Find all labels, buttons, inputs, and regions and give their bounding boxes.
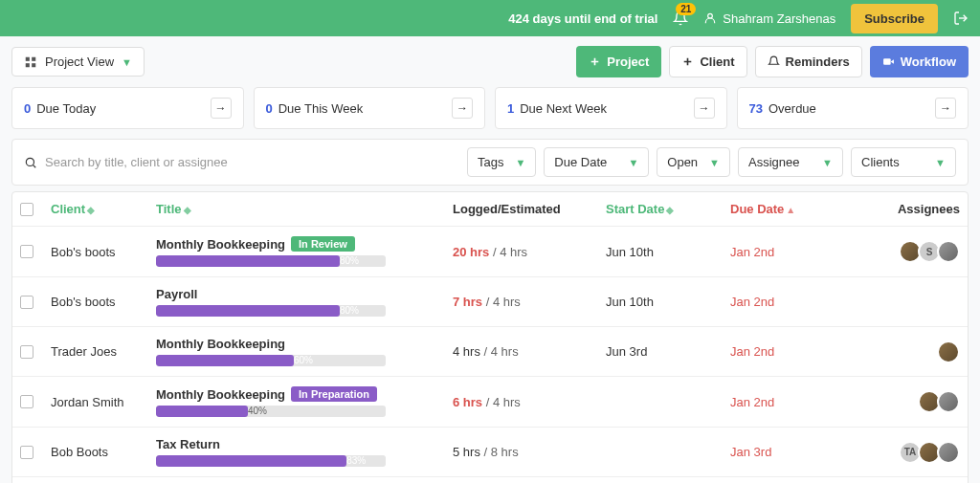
assignee-filter[interactable]: Assignee▼: [738, 147, 843, 177]
subscribe-button[interactable]: Subscribe: [851, 4, 938, 33]
svg-rect-5: [883, 58, 891, 65]
progress-bar: 83%: [156, 455, 386, 467]
table-row[interactable]: Bob's boots Payroll 80% 7 hrs / 4 hrs Ju…: [12, 277, 968, 327]
chevron-down-icon: ▼: [935, 157, 946, 168]
row-checkbox[interactable]: [20, 345, 33, 359]
summary-cards: 0Due Today→0Due This Week→1Due Next Week…: [0, 87, 980, 139]
table-row[interactable]: Bob Boots Tax Return 83% 5 hrs / 8 hrs J…: [12, 428, 968, 477]
avatar[interactable]: [937, 340, 960, 363]
avatar[interactable]: [937, 390, 960, 413]
progress-text: 60%: [294, 355, 317, 366]
user-menu[interactable]: Shahram Zarshenas: [703, 11, 835, 26]
summary-card[interactable]: 0Due This Week→: [254, 87, 486, 129]
reminders-button[interactable]: Reminders: [755, 46, 862, 77]
svg-rect-2: [32, 56, 35, 60]
summary-count: 1: [507, 101, 514, 116]
col-client[interactable]: Client◆: [51, 202, 156, 216]
logged-cell: 4 hrs / 4 hrs: [453, 344, 606, 359]
video-icon: [882, 55, 895, 68]
app-header: 424 days until end of trial 21 Shahram Z…: [0, 0, 980, 36]
tags-filter[interactable]: Tags▼: [467, 147, 536, 177]
svg-point-0: [708, 13, 713, 18]
row-checkbox[interactable]: [20, 395, 33, 408]
svg-rect-3: [26, 63, 30, 67]
table-row[interactable]: Bob's boots Monthly BookkeepingIn Review…: [12, 227, 968, 277]
chevron-down-icon: ▼: [122, 56, 132, 68]
summary-count: 0: [24, 101, 31, 116]
avatar[interactable]: [937, 441, 960, 464]
col-start[interactable]: Start Date◆: [606, 202, 730, 216]
sort-icon: ▲: [786, 205, 795, 215]
summary-card[interactable]: 73Overdue→: [737, 87, 969, 129]
task-title: Monthly BookkeepingIn Preparation: [156, 386, 434, 402]
row-checkbox[interactable]: [20, 446, 33, 459]
summary-card[interactable]: 1Due Next Week→: [495, 87, 727, 129]
chevron-down-icon: ▼: [515, 157, 525, 168]
logged-cell: 6 hrs / 4 hrs: [453, 395, 606, 409]
progress-bar: 80%: [156, 305, 386, 317]
table-row[interactable]: Trader Joes Monthly Bookkeeping 60% 4 hr…: [12, 327, 968, 377]
grid-icon: [24, 55, 37, 69]
status-tag: In Review: [291, 236, 355, 252]
task-title: Payroll: [156, 287, 434, 301]
task-cell: Payroll 80%: [156, 287, 453, 317]
table-row[interactable]: Jordan Smith Monthly BookkeepingIn Prepa…: [12, 377, 968, 428]
assignees-cell: [864, 390, 960, 413]
status-tag: In Preparation: [291, 386, 377, 402]
summary-label: Overdue: [768, 101, 816, 116]
col-due[interactable]: Due Date▲: [730, 202, 864, 216]
task-title: Monthly Bookkeeping: [156, 337, 434, 351]
workflow-button[interactable]: Workflow: [870, 46, 969, 77]
progress-text: 40%: [248, 406, 271, 417]
due-date-cell: Jan 2nd: [730, 245, 864, 259]
summary-label: Due Today: [36, 101, 96, 116]
logged-cell: 20 hrs / 4 hrs: [453, 245, 606, 259]
col-title[interactable]: Title◆: [156, 202, 453, 216]
summary-count: 0: [266, 101, 273, 116]
trial-countdown: 424 days until end of trial: [508, 11, 657, 26]
client-cell: Trader Joes: [51, 344, 156, 359]
start-date-cell: Jun 3rd: [606, 344, 730, 359]
row-checkbox[interactable]: [20, 296, 33, 309]
select-all-checkbox[interactable]: [20, 203, 33, 216]
project-view-dropdown[interactable]: Project View ▼: [11, 47, 145, 77]
clients-filter[interactable]: Clients▼: [851, 147, 956, 177]
task-title: Monthly BookkeepingIn Review: [156, 236, 434, 252]
add-project-button[interactable]: Project: [576, 46, 661, 77]
client-cell: Bob's boots: [51, 295, 156, 309]
sort-icon: ◆: [666, 205, 674, 215]
logout-icon[interactable]: [953, 11, 969, 26]
progress-text: 80%: [340, 255, 363, 267]
chevron-down-icon: ▼: [628, 157, 638, 168]
assignees-cell: TA: [864, 441, 960, 464]
task-title: Tax Return: [156, 437, 434, 451]
table-row[interactable]: Adeline Collins Monthly BookkeepingIn Re…: [12, 477, 968, 483]
summary-card[interactable]: 0Due Today→: [11, 87, 244, 129]
search-icon: [24, 156, 37, 169]
notifications-button[interactable]: 21: [673, 11, 688, 26]
start-date-cell: Jun 10th: [606, 295, 730, 309]
svg-point-6: [26, 158, 33, 165]
client-cell: Bob Boots: [51, 445, 156, 459]
status-filter[interactable]: Open▼: [657, 147, 730, 177]
arrow-right-icon[interactable]: →: [211, 98, 232, 119]
toolbar: Project View ▼ Project Client Reminders …: [0, 36, 980, 87]
search-input[interactable]: [45, 155, 459, 169]
due-date-filter[interactable]: Due Date▼: [544, 147, 649, 177]
start-date-cell: Jun 10th: [606, 245, 730, 259]
arrow-right-icon[interactable]: →: [935, 98, 956, 119]
svg-rect-4: [32, 63, 35, 67]
filter-bar: Tags▼ Due Date▼ Open▼ Assignee▼ Clients▼: [11, 139, 969, 186]
col-logged: Logged/Estimated: [453, 202, 606, 216]
search-wrap: [24, 155, 459, 169]
progress-text: 83%: [346, 455, 369, 467]
arrow-right-icon[interactable]: →: [452, 98, 473, 119]
row-checkbox[interactable]: [20, 245, 33, 258]
add-client-button[interactable]: Client: [669, 46, 746, 77]
summary-count: 73: [749, 101, 763, 116]
due-date-cell: Jan 3rd: [730, 445, 864, 459]
avatar[interactable]: [937, 240, 960, 263]
arrow-right-icon[interactable]: →: [694, 98, 715, 119]
progress-bar: 80%: [156, 255, 386, 267]
notification-badge: 21: [676, 3, 696, 15]
